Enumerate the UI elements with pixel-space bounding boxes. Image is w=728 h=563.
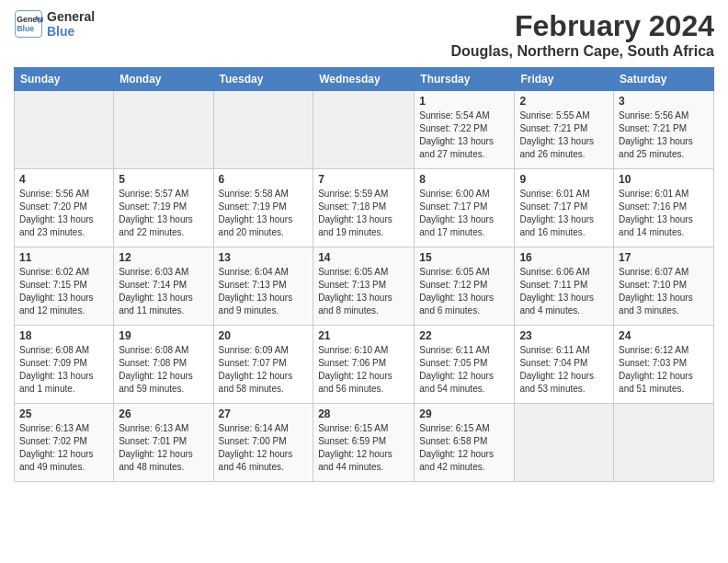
calendar-cell: 17Sunrise: 6:07 AM Sunset: 7:10 PM Dayli… — [614, 247, 714, 326]
day-info: Sunrise: 6:15 AM Sunset: 6:58 PM Dayligh… — [419, 422, 509, 474]
weekday-header-wednesday: Wednesday — [313, 68, 415, 91]
calendar-week-row: 11Sunrise: 6:02 AM Sunset: 7:15 PM Dayli… — [15, 247, 714, 326]
day-info: Sunrise: 6:06 AM Sunset: 7:11 PM Dayligh… — [519, 266, 609, 317]
svg-text:Blue: Blue — [17, 24, 34, 33]
calendar-cell: 7Sunrise: 5:59 AM Sunset: 7:18 PM Daylig… — [313, 169, 415, 247]
day-number: 1 — [419, 95, 509, 108]
logo: General Blue General Blue — [14, 9, 95, 39]
calendar-cell — [213, 91, 313, 169]
calendar-cell — [515, 404, 614, 482]
logo-general: General — [47, 9, 95, 24]
day-number: 27 — [219, 408, 309, 420]
day-number: 3 — [619, 95, 709, 108]
day-number: 17 — [619, 251, 709, 264]
calendar-cell: 18Sunrise: 6:08 AM Sunset: 7:09 PM Dayli… — [15, 326, 114, 404]
calendar-cell: 15Sunrise: 6:05 AM Sunset: 7:12 PM Dayli… — [415, 247, 515, 326]
calendar-cell: 3Sunrise: 5:56 AM Sunset: 7:21 PM Daylig… — [614, 91, 714, 169]
day-number: 10 — [619, 173, 709, 186]
weekday-row: SundayMondayTuesdayWednesdayThursdayFrid… — [15, 68, 714, 91]
logo-icon: General Blue — [14, 9, 43, 39]
day-info: Sunrise: 6:15 AM Sunset: 6:59 PM Dayligh… — [318, 422, 409, 474]
day-info: Sunrise: 6:05 AM Sunset: 7:12 PM Dayligh… — [419, 266, 509, 317]
day-info: Sunrise: 6:12 AM Sunset: 7:03 PM Dayligh… — [619, 344, 709, 396]
day-info: Sunrise: 6:01 AM Sunset: 7:17 PM Dayligh… — [519, 188, 609, 239]
day-info: Sunrise: 6:08 AM Sunset: 7:08 PM Dayligh… — [119, 344, 208, 396]
day-number: 4 — [19, 173, 108, 186]
day-number: 7 — [318, 173, 409, 186]
day-number: 20 — [219, 329, 309, 342]
weekday-header-thursday: Thursday — [415, 68, 515, 91]
day-info: Sunrise: 6:05 AM Sunset: 7:13 PM Dayligh… — [318, 266, 409, 317]
weekday-header-sunday: Sunday — [15, 68, 114, 91]
day-info: Sunrise: 6:08 AM Sunset: 7:09 PM Dayligh… — [19, 344, 108, 396]
day-info: Sunrise: 6:00 AM Sunset: 7:17 PM Dayligh… — [419, 188, 509, 239]
weekday-header-saturday: Saturday — [614, 68, 714, 91]
calendar-cell: 12Sunrise: 6:03 AM Sunset: 7:14 PM Dayli… — [114, 247, 213, 326]
calendar-cell: 25Sunrise: 6:13 AM Sunset: 7:02 PM Dayli… — [15, 404, 114, 482]
calendar-cell: 24Sunrise: 6:12 AM Sunset: 7:03 PM Dayli… — [614, 326, 714, 404]
calendar-cell — [114, 91, 213, 169]
day-number: 16 — [519, 251, 609, 264]
calendar-cell: 1Sunrise: 5:54 AM Sunset: 7:22 PM Daylig… — [415, 91, 515, 169]
day-info: Sunrise: 5:56 AM Sunset: 7:21 PM Dayligh… — [619, 109, 709, 161]
calendar-cell: 29Sunrise: 6:15 AM Sunset: 6:58 PM Dayli… — [415, 404, 515, 482]
day-number: 19 — [119, 329, 208, 342]
day-number: 8 — [419, 173, 509, 186]
day-number: 6 — [219, 173, 309, 186]
day-number: 5 — [119, 173, 208, 186]
calendar-week-row: 25Sunrise: 6:13 AM Sunset: 7:02 PM Dayli… — [15, 404, 714, 482]
day-info: Sunrise: 6:10 AM Sunset: 7:06 PM Dayligh… — [318, 344, 409, 396]
calendar-cell — [614, 404, 714, 482]
calendar-cell: 19Sunrise: 6:08 AM Sunset: 7:08 PM Dayli… — [114, 326, 213, 404]
calendar-cell — [15, 91, 114, 169]
day-info: Sunrise: 5:57 AM Sunset: 7:19 PM Dayligh… — [119, 188, 208, 239]
day-info: Sunrise: 5:55 AM Sunset: 7:21 PM Dayligh… — [519, 109, 609, 161]
month-title: February 2024 — [450, 9, 714, 43]
day-info: Sunrise: 6:11 AM Sunset: 7:04 PM Dayligh… — [519, 344, 609, 396]
day-number: 29 — [419, 408, 509, 420]
calendar-table: SundayMondayTuesdayWednesdayThursdayFrid… — [14, 67, 714, 482]
calendar-week-row: 4Sunrise: 5:56 AM Sunset: 7:20 PM Daylig… — [15, 169, 714, 247]
title-area: February 2024 Douglas, Northern Cape, So… — [450, 9, 714, 60]
calendar-cell: 11Sunrise: 6:02 AM Sunset: 7:15 PM Dayli… — [15, 247, 114, 326]
calendar-cell: 9Sunrise: 6:01 AM Sunset: 7:17 PM Daylig… — [515, 169, 614, 247]
day-number: 24 — [619, 329, 709, 342]
day-number: 25 — [19, 408, 108, 420]
calendar-cell: 28Sunrise: 6:15 AM Sunset: 6:59 PM Dayli… — [313, 404, 415, 482]
calendar-cell: 13Sunrise: 6:04 AM Sunset: 7:13 PM Dayli… — [213, 247, 313, 326]
day-info: Sunrise: 6:04 AM Sunset: 7:13 PM Dayligh… — [219, 266, 309, 317]
day-number: 23 — [519, 329, 609, 342]
calendar-body: 1Sunrise: 5:54 AM Sunset: 7:22 PM Daylig… — [15, 91, 714, 482]
calendar-cell: 8Sunrise: 6:00 AM Sunset: 7:17 PM Daylig… — [415, 169, 515, 247]
day-info: Sunrise: 6:13 AM Sunset: 7:01 PM Dayligh… — [119, 422, 208, 474]
calendar-cell: 4Sunrise: 5:56 AM Sunset: 7:20 PM Daylig… — [15, 169, 114, 247]
calendar-cell: 6Sunrise: 5:58 AM Sunset: 7:19 PM Daylig… — [213, 169, 313, 247]
weekday-header-monday: Monday — [114, 68, 213, 91]
day-number: 14 — [318, 251, 409, 264]
day-number: 22 — [419, 329, 509, 342]
calendar-header: SundayMondayTuesdayWednesdayThursdayFrid… — [15, 68, 714, 91]
day-info: Sunrise: 6:07 AM Sunset: 7:10 PM Dayligh… — [619, 266, 709, 317]
calendar-week-row: 1Sunrise: 5:54 AM Sunset: 7:22 PM Daylig… — [15, 91, 714, 169]
weekday-header-friday: Friday — [515, 68, 614, 91]
day-number: 18 — [19, 329, 108, 342]
location-title: Douglas, Northern Cape, South Africa — [450, 43, 714, 60]
calendar-cell: 21Sunrise: 6:10 AM Sunset: 7:06 PM Dayli… — [313, 326, 415, 404]
calendar-cell: 14Sunrise: 6:05 AM Sunset: 7:13 PM Dayli… — [313, 247, 415, 326]
day-number: 2 — [519, 95, 609, 108]
day-number: 15 — [419, 251, 509, 264]
day-number: 13 — [219, 251, 309, 264]
day-info: Sunrise: 6:11 AM Sunset: 7:05 PM Dayligh… — [419, 344, 509, 396]
day-info: Sunrise: 5:59 AM Sunset: 7:18 PM Dayligh… — [318, 188, 409, 239]
day-info: Sunrise: 6:14 AM Sunset: 7:00 PM Dayligh… — [219, 422, 309, 474]
day-number: 9 — [519, 173, 609, 186]
calendar-cell: 27Sunrise: 6:14 AM Sunset: 7:00 PM Dayli… — [213, 404, 313, 482]
day-info: Sunrise: 6:01 AM Sunset: 7:16 PM Dayligh… — [619, 188, 709, 239]
day-number: 26 — [119, 408, 208, 420]
calendar-cell: 23Sunrise: 6:11 AM Sunset: 7:04 PM Dayli… — [515, 326, 614, 404]
day-number: 28 — [318, 408, 409, 420]
calendar-cell — [313, 91, 415, 169]
day-info: Sunrise: 5:56 AM Sunset: 7:20 PM Dayligh… — [19, 188, 108, 239]
calendar-cell: 2Sunrise: 5:55 AM Sunset: 7:21 PM Daylig… — [515, 91, 614, 169]
calendar-week-row: 18Sunrise: 6:08 AM Sunset: 7:09 PM Dayli… — [15, 326, 714, 404]
